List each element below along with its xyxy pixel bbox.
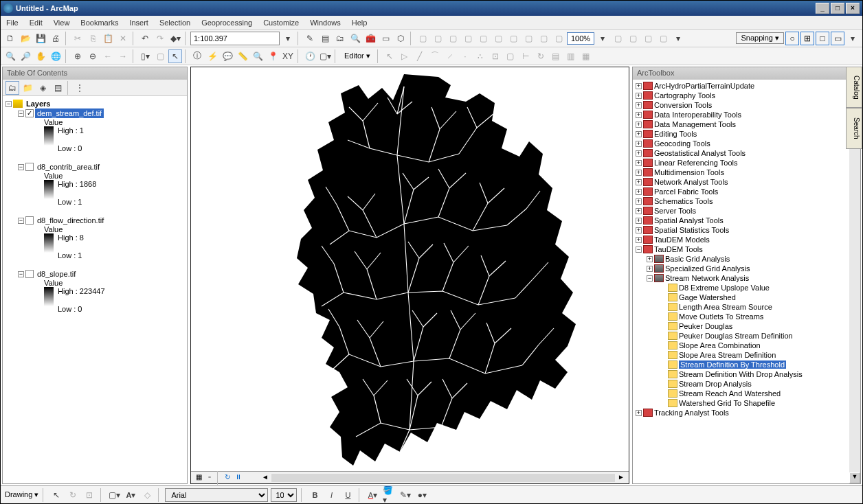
expand-icon[interactable]: +: [636, 198, 642, 205]
tool-item[interactable]: Length Area Stream Source: [659, 302, 859, 312]
hyperlink-icon[interactable]: ⚡: [205, 49, 219, 63]
tool-item[interactable]: Stream Drop Analysis: [659, 379, 859, 389]
toolset-stream-network[interactable]: − Stream Network Analysis: [647, 273, 859, 283]
snapping-menu[interactable]: Snapping ▾: [736, 32, 784, 44]
tb-10-icon[interactable]: ▢: [552, 32, 565, 45]
toolbox-tracking[interactable]: + Tracking Analyst Tools: [636, 408, 859, 417]
toolbox-item[interactable]: + Editing Tools: [636, 129, 859, 139]
scale-dropdown-icon[interactable]: ▾: [281, 32, 295, 45]
tb-12-icon[interactable]: ▢: [626, 32, 640, 45]
search-icon[interactable]: 🔍: [348, 32, 362, 45]
tb-dropdown-icon[interactable]: ▾: [671, 32, 685, 45]
cut-polygons-icon[interactable]: ▢: [504, 49, 517, 63]
refresh-icon[interactable]: ↻: [223, 473, 232, 483]
expander-icon[interactable]: −: [18, 111, 24, 117]
back-extent-icon[interactable]: ←: [101, 49, 115, 63]
menu-edit[interactable]: Edit: [30, 19, 43, 27]
tool-item[interactable]: D8 Extreme Upslope Value: [659, 283, 859, 293]
expander-icon[interactable]: −: [18, 218, 24, 224]
reshape-icon[interactable]: ⊡: [489, 49, 502, 63]
expand-icon[interactable]: +: [636, 227, 642, 233]
select-elements-icon[interactable]: ↖: [168, 49, 182, 63]
tool-item[interactable]: Peuker Douglas Stream Definition: [659, 331, 859, 341]
zoom-dropdown-icon[interactable]: ▾: [596, 32, 609, 45]
toolbox-item[interactable]: + Parcel Fabric Tools: [636, 187, 859, 196]
menu-geoprocessing[interactable]: Geoprocessing: [201, 19, 252, 27]
attributes-icon[interactable]: ▤: [549, 49, 563, 63]
tb-3-icon[interactable]: ▢: [446, 32, 460, 45]
fixed-zoom-in-icon[interactable]: ⊕: [71, 49, 85, 63]
find-route-icon[interactable]: 📍: [266, 49, 280, 63]
toolbox-item[interactable]: + Cartography Tools: [636, 91, 859, 100]
find-icon[interactable]: 🔍: [251, 49, 265, 63]
expander-icon[interactable]: −: [18, 271, 24, 277]
snap-end-icon[interactable]: ⊞: [800, 32, 814, 45]
layers-root[interactable]: − Layers: [5, 99, 184, 108]
tool-item[interactable]: Slope Area Stream Definition: [659, 350, 859, 360]
font-select[interactable]: Arial: [165, 488, 268, 502]
scale-input[interactable]: [190, 32, 280, 45]
layer-checkbox[interactable]: [25, 216, 34, 225]
paste-icon[interactable]: 📋: [101, 32, 115, 45]
expand-icon[interactable]: +: [636, 141, 642, 147]
toolbox-item[interactable]: + Network Analyst Tools: [636, 177, 859, 187]
layer-item[interactable]: − ✓ dem_stream_def.tif: [18, 108, 184, 118]
layer-checkbox[interactable]: ✓: [25, 109, 34, 117]
select-features-icon[interactable]: ▯▾: [138, 49, 152, 63]
menu-customize[interactable]: Customize: [263, 19, 299, 27]
new-icon[interactable]: 🗋: [3, 32, 17, 45]
edit-vertices-icon[interactable]: ∴: [473, 49, 487, 63]
open-icon[interactable]: 📂: [19, 32, 32, 45]
tool-item[interactable]: Peuker Douglas: [659, 321, 859, 331]
catalog-tab[interactable]: Catalog: [846, 67, 862, 108]
expand-icon[interactable]: +: [647, 266, 653, 272]
maximize-button[interactable]: □: [831, 3, 844, 14]
tool-item[interactable]: Stream Definition With Drop Analysis: [659, 369, 859, 379]
menu-insert[interactable]: Insert: [129, 19, 148, 27]
layer-checkbox[interactable]: [25, 163, 34, 171]
close-button[interactable]: ×: [846, 3, 860, 14]
expand-icon[interactable]: +: [636, 150, 642, 157]
tool-item[interactable]: Stream Reach And Watershed: [659, 389, 859, 398]
tool-item[interactable]: Move Outlets To Streams: [659, 312, 859, 321]
snap-vertex-icon[interactable]: □: [816, 32, 829, 45]
menu-selection[interactable]: Selection: [159, 19, 190, 27]
toolbox-taudem-tools[interactable]: − TauDEM Tools: [636, 244, 859, 254]
expander-icon[interactable]: −: [18, 164, 24, 170]
editor-menu[interactable]: Editor ▾: [340, 51, 374, 61]
minimize-button[interactable]: _: [816, 3, 829, 14]
select-elements-icon[interactable]: ↖: [49, 488, 63, 502]
collapse-icon[interactable]: −: [647, 275, 653, 282]
sketch-props-icon[interactable]: ▥: [564, 49, 578, 63]
catalog-icon[interactable]: 🗂: [333, 32, 347, 45]
create-viewer-icon[interactable]: ▢▾: [318, 49, 332, 63]
tool-item[interactable]: Gage Watershed: [659, 293, 859, 302]
list-by-visibility-icon[interactable]: ◈: [36, 81, 49, 95]
expand-icon[interactable]: +: [636, 218, 642, 224]
bold-icon[interactable]: B: [308, 488, 322, 502]
tb-13-icon[interactable]: ▢: [641, 32, 655, 45]
expand-icon[interactable]: +: [636, 93, 642, 99]
tb-6-icon[interactable]: ▢: [491, 32, 505, 45]
time-slider-icon[interactable]: 🕐: [303, 49, 317, 63]
snap-point-icon[interactable]: ○: [785, 32, 799, 45]
expand-icon[interactable]: +: [636, 160, 642, 166]
trace-icon[interactable]: ⟋: [443, 49, 457, 63]
expand-icon[interactable]: +: [636, 170, 642, 176]
zoom-input[interactable]: [567, 32, 594, 45]
zoom-out-icon[interactable]: 🔎: [19, 49, 32, 63]
tb-8-icon[interactable]: ▢: [522, 32, 535, 45]
expander-icon[interactable]: −: [5, 101, 12, 107]
toolbox-item[interactable]: + Spatial Analyst Tools: [636, 216, 859, 225]
toolbox-item[interactable]: + Geocoding Tools: [636, 139, 859, 148]
toolbox-item[interactable]: + ArcHydroPartialTerrainUpdate: [636, 81, 859, 91]
toolbox-item[interactable]: + Spatial Statistics Tools: [636, 225, 859, 235]
snap-options-icon[interactable]: ▾: [846, 32, 860, 45]
edit-vertices-icon[interactable]: ◇: [140, 488, 154, 502]
tool-item[interactable]: Watershed Grid To Shapefile: [659, 398, 859, 408]
menu-bookmarks[interactable]: Bookmarks: [80, 19, 118, 27]
list-by-selection-icon[interactable]: ▤: [51, 81, 65, 95]
search-tab[interactable]: Search: [846, 108, 862, 149]
toolbox-item[interactable]: + Linear Referencing Tools: [636, 158, 859, 168]
arctoolbox-icon[interactable]: 🧰: [363, 32, 377, 45]
